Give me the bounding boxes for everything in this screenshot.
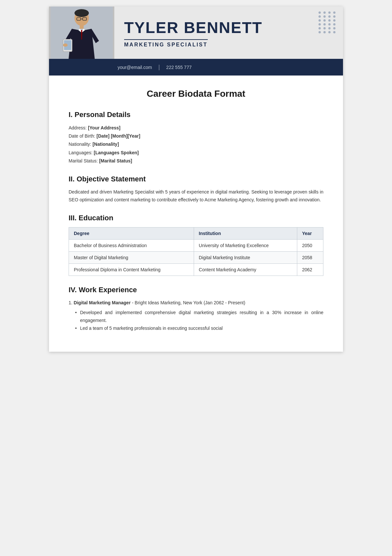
dot — [333, 15, 335, 18]
section-objective-heading: II. Objective Statement — [69, 175, 323, 183]
bullet-item: Developed and implemented comprehensive … — [75, 309, 323, 325]
dot — [323, 27, 326, 29]
profile-photo-area — [49, 7, 114, 59]
job-title: MARKETING SPECIALIST — [124, 39, 208, 48]
page-title: Career Biodata Format — [69, 89, 323, 99]
dot — [328, 31, 331, 33]
dot — [328, 23, 331, 25]
section-education-heading: III. Education — [69, 214, 323, 222]
marital-field: Marital Status: [Marital Status] — [69, 157, 323, 165]
dot — [333, 11, 335, 14]
edu-year-2: 2058 — [297, 251, 323, 263]
svg-point-9 — [63, 43, 68, 47]
dot — [318, 31, 321, 33]
dot — [318, 11, 321, 14]
name-area: TYLER BENNETT MARKETING SPECIALIST — [114, 7, 343, 59]
phone-display: 222 555 777 — [166, 65, 192, 70]
edu-institution-2: Digital Marketing Institute — [194, 251, 297, 263]
contact-divider: | — [158, 64, 160, 71]
col-institution: Institution — [194, 227, 297, 239]
work-item-1: 1. Digital Marketing Manager - Bright Id… — [69, 299, 323, 332]
table-header-row: Degree Institution Year — [69, 227, 323, 239]
email-display: your@email.com — [118, 65, 152, 70]
nationality-field: Nationality: [Nationality] — [69, 140, 323, 148]
edu-institution-1: University of Marketing Excellence — [194, 239, 297, 251]
work-company-1: - — [132, 300, 135, 305]
header-top: TYLER BENNETT MARKETING SPECIALIST — [49, 7, 343, 59]
dot — [323, 15, 326, 18]
dot — [328, 19, 331, 22]
work-title-1: Digital Marketing Manager — [74, 300, 131, 305]
languages-field: Languages: [Languages Spoken] — [69, 149, 323, 157]
work-number-1: 1. — [69, 300, 73, 305]
section-personal-heading: I. Personal Details — [69, 110, 323, 119]
edu-institution-3: Content Marketing Academy — [194, 263, 297, 276]
full-name: TYLER BENNETT — [124, 19, 333, 37]
address-field: Address: [Your Address] — [69, 124, 323, 132]
col-year: Year — [297, 227, 323, 239]
decorative-dots — [318, 11, 336, 33]
dot — [333, 23, 335, 25]
dob-field: Date of Birth: [Date] [Month][Year] — [69, 132, 323, 140]
personal-details: Address: [Your Address] Date of Birth: [… — [69, 124, 323, 165]
dot — [323, 31, 326, 33]
dot — [333, 19, 335, 22]
edu-degree-2: Master of Digital Marketing — [69, 251, 194, 263]
dot — [323, 23, 326, 25]
edu-year-3: 2062 — [297, 263, 323, 276]
dot — [328, 15, 331, 18]
edu-degree-1: Bachelor of Business Administration — [69, 239, 194, 251]
header-contact-bar: your@email.com | 222 555 777 — [49, 59, 343, 76]
dot — [323, 11, 326, 14]
dot — [318, 27, 321, 29]
svg-point-2 — [74, 9, 89, 17]
edu-degree-3: Professional Diploma in Content Marketin… — [69, 263, 194, 276]
dot — [318, 23, 321, 25]
dot — [333, 27, 335, 29]
edu-year-1: 2050 — [297, 239, 323, 251]
dot — [323, 19, 326, 22]
dot — [328, 11, 331, 14]
profile-photo-svg — [51, 7, 113, 59]
work-title-line-1: 1. Digital Marketing Manager - Bright Id… — [69, 299, 323, 306]
bullet-item: Led a team of 5 marketing professionals … — [75, 325, 323, 332]
table-row: Master of Digital Marketing Digital Mark… — [69, 251, 323, 263]
objective-text: Dedicated and driven Marketing Specialis… — [69, 188, 323, 204]
dot — [318, 19, 321, 22]
education-table: Degree Institution Year Bachelor of Busi… — [69, 227, 323, 276]
resume-page: TYLER BENNETT MARKETING SPECIALIST — [49, 7, 343, 352]
dot — [333, 31, 335, 33]
dot — [328, 27, 331, 29]
work-bullets-1: Developed and implemented comprehensive … — [75, 309, 323, 332]
dot — [318, 15, 321, 18]
table-row: Professional Diploma in Content Marketin… — [69, 263, 323, 276]
svg-rect-6 — [80, 25, 84, 29]
col-degree: Degree — [69, 227, 194, 239]
section-work-heading: IV. Work Experience — [69, 286, 323, 294]
table-row: Bachelor of Business Administration Univ… — [69, 239, 323, 251]
main-content: Career Biodata Format I. Personal Detail… — [49, 76, 343, 352]
